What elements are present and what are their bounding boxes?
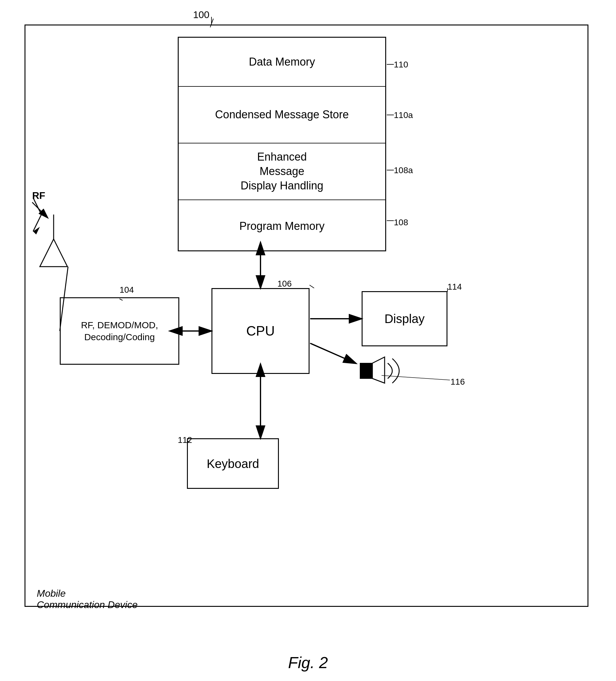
ref-110a-label: 110a — [394, 110, 413, 120]
ref-112-label: 112 — [178, 435, 192, 445]
mobile-device-label: MobileCommunication Device — [37, 588, 137, 610]
keyboard-label: Keyboard — [207, 456, 259, 472]
data-memory-section: Data Memory — [179, 38, 385, 87]
condensed-message-store-section: Condensed Message Store — [179, 87, 385, 144]
ref-108-label: 108 — [394, 218, 408, 227]
cpu-label: CPU — [247, 322, 275, 339]
ref-106-label: 106 — [277, 279, 292, 289]
data-memory-label: Data Memory — [249, 55, 315, 69]
ref-100-label: 100 — [193, 9, 209, 21]
ref-114-label: 114 — [447, 282, 462, 292]
enhanced-message-section: EnhancedMessageDisplay Handling — [179, 144, 385, 200]
ref-108a-label: 108a — [394, 166, 413, 175]
condensed-message-store-label: Condensed Message Store — [215, 107, 349, 122]
enhanced-message-label: EnhancedMessageDisplay Handling — [240, 150, 323, 193]
figure-label: Fig. 2 — [288, 653, 328, 672]
rf-demod-label: RF, DEMOD/MOD,Decoding/Coding — [81, 319, 158, 343]
ref-110-label: 110 — [394, 60, 408, 70]
rf-demod-box: RF, DEMOD/MOD,Decoding/Coding — [60, 297, 179, 365]
data-memory-outer-box: Data Memory Condensed Message Store Enha… — [178, 37, 386, 251]
ref-104-label: 104 — [120, 285, 134, 295]
page: 100 Data Memory Condensed Message Store … — [0, 0, 616, 681]
display-label: Display — [384, 311, 425, 327]
program-memory-label: Program Memory — [239, 219, 325, 233]
display-box: Display — [362, 291, 447, 346]
ref-116-label: 116 — [451, 377, 465, 387]
program-memory-section: Program Memory — [179, 200, 385, 252]
rf-text-label: RF — [32, 190, 45, 201]
keyboard-box: Keyboard — [187, 438, 279, 489]
cpu-box: CPU — [211, 288, 310, 374]
